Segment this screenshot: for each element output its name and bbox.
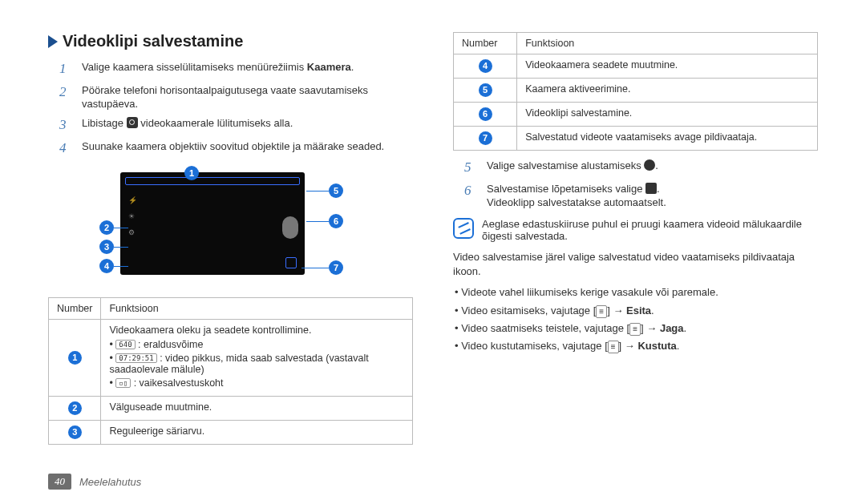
gallery-thumb-highlight [285,257,297,268]
row-text: Videokaamera oleku ja seadete kontrollim… [109,325,404,336]
callout-2: 2 [99,220,114,235]
list-item: Videote vahel liikumiseks kerige vasakul… [455,285,818,300]
callout-4: 4 [99,259,114,273]
list-item: Video kustutamiseks, vajutage [≡] → Kust… [455,339,818,353]
flash-icon: ⚡ [128,196,137,204]
step-number: 2 [59,83,72,111]
row-number-icon: 1 [68,351,82,365]
table-row: 5Kaamera aktiveerimine. [454,79,818,103]
section-heading: Videoklipi salvestamine [48,32,413,50]
table-row: 2 Välguseade muutmine. [49,396,413,420]
duration-icon: 07:29:51 [115,353,156,363]
row-number-icon: 4 [479,59,492,73]
table-row: 4Videokaamera seadete muutmine. [454,54,818,79]
step-1: 1 Valige kaamera sisselülitamiseks menüü… [59,60,413,79]
row-text: Reguleerige säriarvu. [101,420,413,444]
menu-icon: ≡ [596,305,607,318]
camcorder-icon [127,117,138,128]
callout-7: 7 [329,260,343,275]
row-text: Kaamera aktiveerimine. [517,79,818,103]
callout-6: 6 [329,214,343,228]
autosave-text: Videoklipp salvestatakse automaatselt. [487,196,666,208]
row-text: Videoklipi salvestamine. [517,103,818,127]
step-number: 1 [59,60,72,79]
table-left: Number Funktsioon 1 Videokaamera oleku j… [48,297,413,445]
callout-5: 5 [329,183,343,198]
step-number: 6 [464,182,477,210]
list-item: Video esitamiseks, vajutage [≡] → Esita. [455,304,818,318]
camera-screenshot: ⚡ ☀ ⚙ 1 2 3 4 5 6 7 [80,166,361,286]
callout-3: 3 [99,240,114,254]
step-number: 4 [59,139,72,158]
row-number-icon: 6 [479,107,492,121]
record-button [282,216,298,239]
step-number: 3 [59,116,72,135]
note-text: Aeglase edastuskiiruse puhul ei pruugi k… [482,218,818,242]
step-3: 3 Libistage videokaamerale lülitumiseks … [59,116,413,135]
table-row: 6Videoklipi salvestamine. [454,103,818,127]
th-number: Number [49,297,101,319]
steps-right: 5 Valige salvestamise alustamiseks . 6 S… [453,159,818,210]
list-item: Video saatmiseks teistele, vajutage [≡] … [455,321,818,336]
phone-screen: ⚡ ☀ ⚙ [120,172,305,275]
note-box: Aeglase edastuskiiruse puhul ei pruugi k… [453,218,818,242]
stop-square-icon [645,183,657,194]
row-number-icon: 7 [479,131,492,145]
settings-gear-icon: ⚙ [128,228,137,236]
screen-topbar-highlight [125,177,300,185]
resolution-icon: 640 [115,340,135,349]
footer-section: Meelelahutus [79,476,141,488]
table-row: 3 Reguleerige säriarvu. [49,420,413,444]
row-number-icon: 3 [68,425,82,439]
row-text: Videokaamera seadete muutmine. [517,54,818,79]
row-number-icon: 2 [68,401,82,415]
step-number: 5 [464,159,477,177]
th-function: Funktsioon [517,33,818,54]
after-note-text: Video salvestamise järel valige salvesta… [453,250,818,279]
screen-side-icons: ⚡ ☀ ⚙ [128,196,137,236]
table-row: 1 Videokaamera oleku ja seadete kontroll… [49,319,413,396]
table-row: 7Salvestatud videote vaatamiseks avage p… [454,127,818,151]
page-footer: 40 Meelelahutus [48,474,141,490]
step-2: 2 Pöörake telefoni horisontaalpaigutuseg… [59,83,413,111]
callout-1: 1 [184,166,199,180]
table-right: Number Funktsioon 4Videokaamera seadete … [453,32,818,151]
bullet-list: Videote vahel liikumiseks kerige vasakul… [453,285,818,353]
storage-icon: ▫▯ [115,378,131,388]
exposure-icon: ☀ [128,212,137,220]
heading-text: Videoklipi salvestamine [63,32,243,50]
steps-left: 1 Valige kaamera sisselülitamiseks menüü… [48,60,413,158]
th-function: Funktsioon [101,297,413,319]
row-number-icon: 5 [479,83,492,97]
record-circle-icon [644,159,655,171]
step-6: 6 Salvestamise lõpetamiseks valige . Vid… [464,182,818,210]
page-number: 40 [48,474,71,490]
row-sublist: 640 : eraldusvõime 07:29:51 : video pikk… [109,339,404,389]
menu-icon: ≡ [629,323,641,336]
note-icon [453,218,474,239]
step-5: 5 Valige salvestamise alustamiseks . [464,159,818,177]
row-text: Välguseade muutmine. [101,396,413,420]
row-text: Salvestatud videote vaatamiseks avage pi… [517,127,818,151]
menu-icon: ≡ [608,341,619,353]
th-number: Number [454,33,517,54]
chevron-right-icon [48,35,58,48]
step-4: 4 Suunake kaamera objektiiv soovitud obj… [59,139,413,158]
